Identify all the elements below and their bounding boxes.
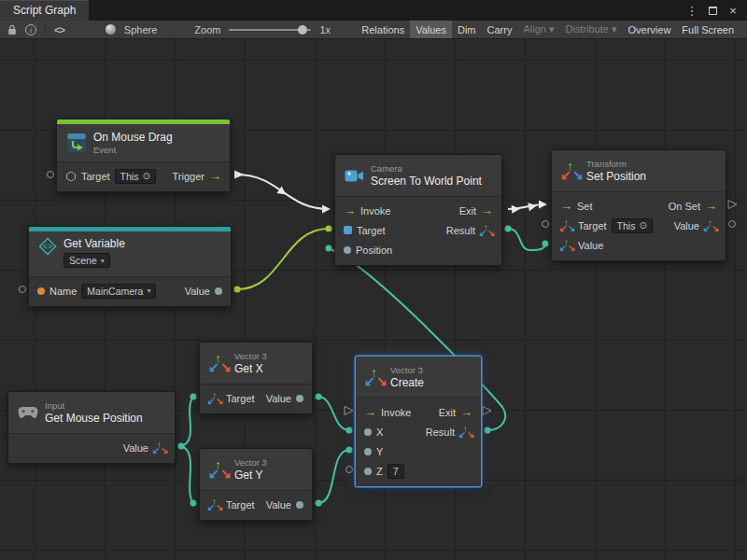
marker-getx-target-in[interactable] xyxy=(190,394,197,400)
marker-omd-target-in[interactable] xyxy=(48,172,54,178)
marker-setpos-onset-out[interactable] xyxy=(728,201,737,209)
marker-create-result-out[interactable] xyxy=(485,427,491,434)
vector3-type-icon: ↑↙↘ xyxy=(208,392,221,405)
target-object-field[interactable]: This ⊙ xyxy=(612,218,653,233)
distribute-button[interactable]: Distribute ▾ xyxy=(559,21,622,38)
marker-getvar-name-in[interactable] xyxy=(20,287,26,293)
marker-getx-value-out[interactable] xyxy=(316,394,322,400)
port-invoke[interactable]: → Invoke xyxy=(364,406,411,418)
wire-mouse-to-gety[interactable] xyxy=(181,446,193,503)
port-result[interactable]: Result ↑↙↘ xyxy=(446,224,493,237)
port-exit[interactable]: Exit → xyxy=(439,406,472,418)
node-title: On Mouse Drag xyxy=(93,131,173,144)
marker-create-invoke-in[interactable] xyxy=(345,407,353,415)
port-value-in[interactable]: ↑↙↘ Value xyxy=(560,239,603,252)
port-result[interactable]: Result ↑↙↘ xyxy=(426,426,472,439)
code-icon[interactable]: <> xyxy=(54,24,64,35)
relations-button[interactable]: Relations xyxy=(356,21,410,38)
node-get-variable[interactable]: <> Get Variable Scene ▾ Name MainCamera … xyxy=(28,226,232,307)
marker-stwp-result-out[interactable] xyxy=(505,226,512,232)
wire-variable-to-target[interactable] xyxy=(237,229,329,289)
node-vector3-create[interactable]: ↑↙↘ Vector 3 Create → Invoke Exit → xyxy=(355,356,482,487)
node-category: Vector 3 xyxy=(234,351,267,361)
port-on-set[interactable]: On Set → xyxy=(669,200,717,212)
transform-icon: ↑↙↘ xyxy=(561,161,580,180)
node-get-y[interactable]: ↑↙↘ Vector 3 Get Y ↑↙↘ Target Value xyxy=(199,448,313,521)
marker-create-y-in[interactable] xyxy=(346,447,353,454)
marker-getvar-value-out[interactable] xyxy=(234,287,241,293)
tab-script-graph[interactable]: Script Graph xyxy=(0,0,89,21)
port-name[interactable]: Name MainCamera ▾ xyxy=(37,284,156,299)
port-trigger[interactable]: Trigger → xyxy=(173,170,221,182)
event-icon xyxy=(66,133,87,153)
zoom-slider[interactable] xyxy=(229,29,311,31)
values-button[interactable]: Values xyxy=(410,21,452,38)
node-screen-to-world-point[interactable]: Camera Screen To World Point → Invoke Ex… xyxy=(334,154,502,266)
kebab-menu-icon[interactable]: ⋮ xyxy=(684,4,700,18)
port-x[interactable]: X xyxy=(364,427,383,438)
zoom-slider-handle[interactable] xyxy=(298,25,307,35)
marker-gety-value-out[interactable] xyxy=(316,500,322,507)
wire-result-to-value[interactable] xyxy=(508,229,545,250)
port-label: Trigger xyxy=(173,171,204,182)
object-picker-icon[interactable]: ⊙ xyxy=(142,171,149,181)
port-position[interactable]: Position xyxy=(344,245,392,256)
wire-gety-to-y[interactable] xyxy=(318,450,349,503)
marker-create-z-in[interactable] xyxy=(346,467,353,473)
marker-stwp-invoke-in[interactable] xyxy=(322,205,331,214)
value-port-icon xyxy=(364,468,372,475)
port-value[interactable]: Value ↑↙↘ xyxy=(123,441,166,455)
target-object-field[interactable]: This ⊙ xyxy=(115,169,156,184)
port-label: Z xyxy=(376,466,383,477)
marker-setpos-value-out[interactable] xyxy=(729,221,736,228)
port-exit[interactable]: Exit → xyxy=(459,204,493,217)
variable-scope-dropdown[interactable]: Scene ▾ xyxy=(63,253,110,268)
port-target[interactable]: Target This ⊙ xyxy=(65,169,156,184)
node-set-position[interactable]: ↑↙↘ Transform Set Position → Set On Set … xyxy=(551,149,726,261)
variable-name-dropdown[interactable]: MainCamera ▾ xyxy=(81,284,156,299)
marker-setpos-value-in[interactable] xyxy=(543,241,549,247)
marker-gety-target-in[interactable] xyxy=(190,500,197,507)
port-value[interactable]: Value xyxy=(185,286,222,297)
carry-button[interactable]: Carry xyxy=(482,21,518,38)
port-invoke[interactable]: → Invoke xyxy=(344,204,390,217)
lock-icon[interactable] xyxy=(7,24,17,35)
port-target[interactable]: ↑↙↘ Target xyxy=(208,392,255,405)
graph-owner-label[interactable]: Sphere xyxy=(124,24,157,35)
marker-setpos-target-in[interactable] xyxy=(543,221,549,228)
port-target[interactable]: ↑↙↘ Target This ⊙ xyxy=(560,218,653,233)
port-z[interactable]: Z 7 xyxy=(364,464,404,479)
graph-canvas[interactable]: On Mouse Drag Event Target This ⊙ Trigge xyxy=(0,39,747,560)
port-label: Exit xyxy=(439,407,456,418)
node-body: Name MainCamera ▾ Value xyxy=(29,276,231,306)
port-set[interactable]: → Set xyxy=(560,200,593,212)
target-object-value: This xyxy=(617,220,636,231)
align-button[interactable]: Align ▾ xyxy=(517,21,559,38)
maximize-icon[interactable] xyxy=(704,4,721,18)
port-value[interactable]: Value xyxy=(266,393,303,404)
marker-create-exit-out[interactable] xyxy=(483,407,491,415)
object-picker-icon[interactable]: ⊙ xyxy=(639,220,646,231)
info-icon[interactable]: i xyxy=(25,24,36,35)
wire-mouse-to-getx[interactable] xyxy=(181,397,193,446)
overview-button[interactable]: Overview xyxy=(623,21,677,38)
close-icon[interactable]: × xyxy=(725,4,741,18)
port-value-out[interactable]: Value ↑↙↘ xyxy=(674,219,717,232)
port-target[interactable]: Target xyxy=(344,225,386,236)
fullscreen-button[interactable]: Full Screen xyxy=(676,21,740,38)
z-value-field[interactable]: 7 xyxy=(388,464,404,479)
dim-button[interactable]: Dim xyxy=(452,21,482,38)
port-y[interactable]: Y xyxy=(364,446,383,457)
node-header: ↑↙↘ Vector 3 Get Y xyxy=(200,449,312,490)
node-get-x[interactable]: ↑↙↘ Vector 3 Get X ↑↙↘ Target Value xyxy=(199,342,313,414)
vector3-type-icon: ↑↙↘ xyxy=(560,239,573,252)
port-target[interactable]: ↑↙↘ Target xyxy=(208,498,255,511)
node-get-mouse-position[interactable]: Input Get Mouse Position Value ↑↙↘ xyxy=(7,391,176,464)
marker-stwp-position-in[interactable] xyxy=(326,245,332,252)
marker-gmp-value-out[interactable] xyxy=(178,443,185,450)
marker-setpos-set-in[interactable] xyxy=(539,201,547,209)
marker-create-x-in[interactable] xyxy=(346,427,353,434)
marker-stwp-target-in[interactable] xyxy=(326,226,332,232)
node-on-mouse-drag[interactable]: On Mouse Drag Event Target This ⊙ Trigge xyxy=(56,119,231,192)
port-value[interactable]: Value xyxy=(266,499,303,511)
